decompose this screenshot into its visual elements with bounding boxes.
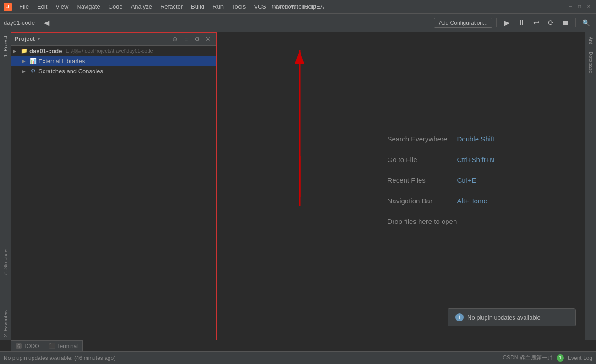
- project-panel-header: Project ▼ ⊕ ≡ ⚙ ✕: [11, 32, 217, 46]
- locate-icon[interactable]: ⊕: [170, 34, 180, 44]
- scratch-icon: ⚙: [29, 67, 37, 75]
- menu-file[interactable]: File: [16, 2, 33, 11]
- menu-view[interactable]: View: [52, 2, 72, 11]
- plugin-notification: i No plugin updates available: [448, 308, 576, 326]
- status-bar: No plugin updates available: (46 minutes…: [0, 351, 596, 364]
- terminal-icon: ⬛: [49, 343, 55, 349]
- maximize-button[interactable]: □: [576, 3, 583, 11]
- shortcut-navigation-bar: Navigation Bar Alt+Home: [388, 196, 525, 204]
- rerun-button[interactable]: ↩: [530, 16, 542, 29]
- event-log-badge: 1: [557, 354, 564, 362]
- red-arrow: [281, 41, 318, 215]
- menu-navigate[interactable]: Navigate: [73, 2, 104, 11]
- project-dropdown-arrow[interactable]: ▼: [37, 36, 41, 41]
- toolbar-separator: [496, 18, 497, 27]
- search-everywhere-key: Double Shift: [457, 135, 495, 142]
- structure-tab[interactable]: Z: Structure: [1, 245, 10, 279]
- debug-button[interactable]: ⏸: [515, 16, 528, 29]
- right-sidebar: Ant Database: [585, 32, 596, 340]
- terminal-tab[interactable]: ⬛ Terminal: [44, 340, 83, 351]
- close-panel-button[interactable]: ✕: [203, 34, 213, 44]
- title-bar-right: ─ □ ✕: [567, 3, 592, 11]
- minimize-button[interactable]: ─: [567, 3, 574, 11]
- refresh-button[interactable]: ⟳: [544, 16, 557, 29]
- project-panel: Project ▼ ⊕ ≡ ⚙ ✕ ▶ 📁 day01-code E:\项目\I…: [11, 32, 217, 340]
- shortcut-search-everywhere: Search Everywhere Double Shift: [388, 135, 525, 142]
- window-title: travel - IntelliJ IDEA: [272, 3, 324, 10]
- tree-arrow-root: ▶: [13, 49, 18, 54]
- tree-arrow-scratches: ▶: [22, 69, 27, 74]
- plugin-notification-text: No plugin updates available: [467, 314, 541, 321]
- project-panel-title: Project: [15, 35, 35, 42]
- stop-button[interactable]: ⏹: [559, 16, 572, 29]
- editor-area: Search Everywhere Double Shift Go to Fil…: [217, 32, 585, 340]
- toolbar-back-button[interactable]: ◀: [40, 16, 53, 29]
- toolbar-separator-2: [575, 18, 576, 27]
- go-to-file-label: Go to File: [388, 155, 452, 163]
- scratches-label: Scratches and Consoles: [38, 68, 103, 75]
- find-button[interactable]: 🔍: [580, 16, 592, 29]
- status-bar-right: CSDN @白鹿第一帅 1 Event Log: [503, 354, 592, 362]
- go-to-file-key: Ctrl+Shift+N: [457, 155, 495, 163]
- tree-item-root[interactable]: ▶ 📁 day01-code E:\项目\IdeaProjects\travel…: [11, 46, 217, 56]
- tree-item-scratches[interactable]: ▶ ⚙ Scratches and Consoles: [11, 66, 217, 76]
- app-icon: J: [4, 3, 12, 11]
- project-tab[interactable]: 1: Project: [1, 32, 10, 60]
- add-configuration-button[interactable]: Add Configuration...: [434, 18, 492, 28]
- tree-arrow-libs: ▶: [22, 59, 27, 64]
- close-button[interactable]: ✕: [585, 3, 592, 11]
- ant-tab[interactable]: Ant: [586, 34, 596, 47]
- navigation-bar-key: Alt+Home: [457, 196, 487, 204]
- menu-run[interactable]: Run: [209, 2, 227, 11]
- menu-refactor[interactable]: Refactor: [157, 2, 186, 11]
- menu-analyze[interactable]: Analyze: [127, 2, 156, 11]
- folder-icon: 📁: [20, 47, 27, 54]
- todo-tab-label: TODO: [23, 343, 39, 349]
- main-layout: 1: Project Z: Structure 2: Favorites Pro…: [0, 32, 596, 340]
- tree-item-external-libs[interactable]: ▶ 📊 External Libraries: [11, 56, 217, 66]
- shortcuts-panel: Search Everywhere Double Shift Go to Fil…: [388, 135, 525, 238]
- toolbar: day01-code ◀ Add Configuration... ▶ ⏸ ↩ …: [0, 14, 596, 32]
- database-tab[interactable]: Database: [586, 49, 596, 76]
- status-message: No plugin updates available: (46 minutes…: [4, 355, 115, 361]
- run-button[interactable]: ▶: [500, 16, 513, 29]
- library-icon: 📊: [29, 57, 37, 65]
- title-bar: J File Edit View Navigate Code Analyze R…: [0, 0, 596, 14]
- ext-libs-label: External Libraries: [38, 58, 85, 65]
- recent-files-label: Recent Files: [388, 176, 452, 184]
- menu-build[interactable]: Build: [187, 2, 208, 11]
- search-everywhere-label: Search Everywhere: [388, 135, 452, 142]
- event-log-label[interactable]: Event Log: [568, 355, 592, 361]
- menu-edit[interactable]: Edit: [33, 2, 51, 11]
- left-sidebar: 1: Project Z: Structure 2: Favorites: [0, 32, 11, 340]
- settings-icon[interactable]: ⚙: [192, 34, 202, 44]
- todo-tab-number: 6: [16, 343, 22, 349]
- drop-files-label: Drop files here to open: [388, 217, 525, 225]
- terminal-tab-label: Terminal: [57, 343, 78, 349]
- project-name: day01-code: [4, 19, 35, 26]
- shortcut-recent-files: Recent Files Ctrl+E: [388, 176, 525, 184]
- bottom-tabs-bar: 6 TODO ⬛ Terminal: [11, 340, 83, 351]
- recent-files-key: Ctrl+E: [457, 176, 476, 184]
- navigation-bar-label: Navigation Bar: [388, 196, 452, 204]
- shortcut-go-to-file: Go to File Ctrl+Shift+N: [388, 155, 525, 163]
- menu-tools[interactable]: Tools: [228, 2, 249, 11]
- favorites-tab[interactable]: 2: Favorites: [1, 307, 10, 340]
- menu-code[interactable]: Code: [105, 2, 126, 11]
- todo-tab[interactable]: 6 TODO: [11, 340, 44, 351]
- collapse-icon[interactable]: ≡: [181, 34, 191, 44]
- shortcut-drop-files: Drop files here to open: [388, 217, 525, 225]
- info-icon: i: [455, 313, 464, 321]
- menu-vcs[interactable]: VCS: [250, 2, 270, 11]
- project-tree: ▶ 📁 day01-code E:\项目\IdeaProjects\travel…: [11, 46, 217, 340]
- csdn-label: CSDN @白鹿第一帅: [503, 354, 553, 362]
- root-label: day01-code: [29, 48, 62, 54]
- root-path: E:\项目\IdeaProjects\travel\day01-code: [66, 48, 153, 54]
